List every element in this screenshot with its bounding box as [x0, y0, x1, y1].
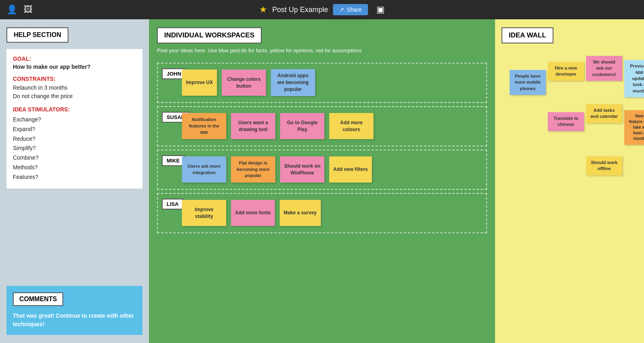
topbar-center: ★ Post Up Example ↗ Share ▣ [259, 4, 384, 15]
idea-wall-panel: IDEA WALL People have more mobile phones… [495, 19, 644, 343]
comments-text: That was great! Continue to create with … [13, 312, 136, 329]
postit-change-colors[interactable]: Change colors button [222, 70, 266, 96]
idea-note-customers[interactable]: We should ask our customers! [586, 56, 622, 81]
postit-improve-ux[interactable]: Improve UX [182, 70, 217, 96]
idea-note-offline[interactable]: Should work offline [586, 156, 622, 175]
share-button[interactable]: ↗ Share [333, 4, 368, 15]
idea-wall-notes: People have more mobile phones Hire a ne… [502, 50, 638, 251]
share-icon: ↗ [339, 6, 344, 13]
lisa-label: LISA [162, 199, 184, 209]
center-panel: INDIVIDUAL WORKSPACES Post your ideas he… [149, 19, 495, 343]
postit-stability[interactable]: Improve stability [182, 200, 226, 226]
help-box: GOAL: How to make our app better? CONSTR… [6, 49, 142, 189]
constraints-label: CONSTRAINTS: [13, 76, 136, 82]
main-layout: HELP SECTION GOAL: How to make our app b… [0, 19, 644, 343]
mike-row: MIKE Users ask more integration Flat des… [157, 150, 487, 190]
postit-new-filters[interactable]: Add new filters [329, 156, 372, 183]
susan-row: SUSAN Notification features in the app U… [157, 106, 487, 146]
page-title: Post Up Example [272, 6, 328, 14]
user-icon[interactable]: 👤 [6, 4, 17, 15]
goal-label: GOAL: [13, 55, 136, 62]
gallery-icon[interactable]: 🖼 [24, 4, 33, 15]
workspaces-subtitle: Post your ideas here. Use blue post-its … [157, 47, 487, 55]
postit-integration[interactable]: Users ask more integration [182, 156, 226, 183]
mike-label: MIKE [162, 155, 185, 166]
postit-more-colours[interactable]: Add more colours [329, 113, 374, 139]
postit-drawing[interactable]: Users want a drawing tool [231, 113, 275, 139]
left-panel: HELP SECTION GOAL: How to make our app b… [0, 19, 149, 343]
star-icon[interactable]: ★ [259, 4, 267, 15]
postit-survey[interactable]: Make a survey [280, 200, 321, 226]
idea-note-update[interactable]: Previous app update took 3 month [624, 60, 644, 97]
lisa-row: LISA Improve stability Add more fonts Ma… [157, 193, 487, 233]
comments-box: COMMENTS That was great! Continue to cre… [6, 286, 142, 335]
postit-flat-design[interactable]: Flat design is becoming more popular [231, 156, 275, 183]
stimulators-label: IDEA STIMULATORS: [13, 106, 136, 113]
stimulators-list: Exchange?Expand?Reduce?Simplify?Combine?… [13, 115, 136, 182]
constraints-text: Relaunch in 3 monthsDo not change the pr… [13, 84, 136, 101]
goal-text: How to make our app better? [13, 64, 136, 70]
postit-winphone[interactable]: Should work on WinPhone [280, 156, 324, 183]
present-icon[interactable]: ▣ [376, 4, 385, 15]
idea-note-feature-month[interactable]: New feature will take at least a month [624, 110, 644, 145]
idea-note-developer[interactable]: Hire a new developer [548, 62, 584, 81]
idea-wall-header: IDEA WALL [502, 27, 553, 43]
postit-google-play[interactable]: Go to Google Play [280, 113, 324, 139]
comments-header: COMMENTS [13, 292, 63, 306]
postit-android[interactable]: Android apps are becoming popular [271, 69, 315, 96]
john-row: JOHN Improve UX Change colors button And… [157, 63, 487, 103]
idea-note-tasks[interactable]: Add tasks and calendar [586, 104, 622, 123]
postit-notification[interactable]: Notification features in the app [182, 113, 226, 139]
help-section-header: HELP SECTION [6, 27, 68, 43]
idea-note-chinese[interactable]: Translate to chinese [548, 112, 584, 131]
topbar: 👤 🖼 ★ Post Up Example ↗ Share ▣ [0, 0, 644, 19]
workspaces-header: INDIVIDUAL WORKSPACES [157, 27, 262, 43]
postit-fonts[interactable]: Add more fonts [231, 200, 275, 226]
idea-note-mobile[interactable]: People have more mobile phones [510, 70, 546, 95]
